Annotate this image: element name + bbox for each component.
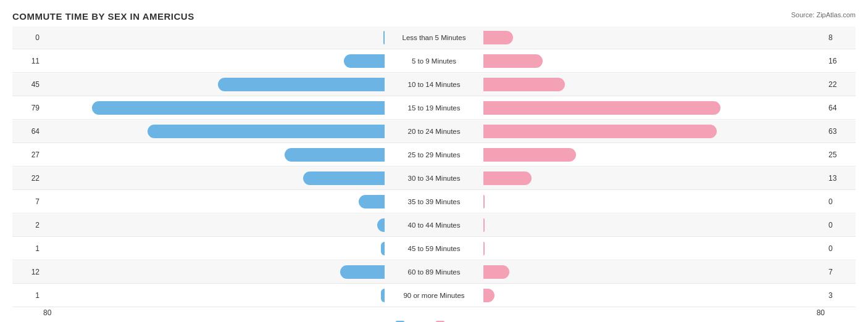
female-value: 8 — [825, 33, 856, 42]
male-side — [43, 167, 385, 189]
male-bar — [285, 148, 385, 162]
chart-row: 0 Less than 5 Minutes 8 — [12, 27, 856, 49]
row-label: 35 to 39 Minutes — [385, 198, 483, 205]
female-side — [483, 144, 825, 166]
chart-row: 64 20 to 24 Minutes 63 — [12, 120, 856, 143]
chart-area: 0 Less than 5 Minutes 8 11 5 to 9 Minute… — [12, 27, 856, 307]
row-label: 90 or more Minutes — [385, 292, 483, 299]
male-bar — [92, 101, 385, 115]
chart-row: 22 30 to 34 Minutes 13 — [12, 167, 856, 190]
female-value: 16 — [825, 57, 856, 65]
female-side — [483, 27, 825, 49]
female-side — [483, 284, 825, 307]
female-bar — [483, 101, 720, 115]
male-bar — [148, 125, 385, 138]
male-value: 0 — [12, 33, 43, 42]
male-value: 1 — [12, 291, 43, 300]
chart-row: 27 25 to 29 Minutes 25 — [12, 144, 856, 167]
female-bar — [483, 265, 509, 279]
male-value: 1 — [12, 244, 43, 253]
male-value: 11 — [12, 57, 43, 65]
female-side — [483, 73, 825, 96]
female-bar — [483, 31, 513, 44]
female-value: 13 — [825, 174, 856, 183]
male-side — [43, 50, 385, 72]
male-bar — [340, 265, 385, 279]
female-value: 0 — [825, 221, 856, 229]
axis-right: 80 — [817, 308, 825, 317]
male-value: 22 — [12, 174, 43, 183]
source-label: Source: ZipAtlas.com — [791, 11, 856, 19]
male-bar — [303, 171, 385, 185]
female-bar — [483, 218, 485, 232]
female-bar — [483, 289, 495, 302]
row-label: 30 to 34 Minutes — [385, 175, 483, 182]
chart-row: 1 45 to 59 Minutes 0 — [12, 237, 856, 260]
axis-labels: 80 80 — [12, 308, 856, 317]
bar-wrapper: 5 to 9 Minutes — [43, 50, 825, 72]
female-side — [483, 237, 825, 260]
male-value: 64 — [12, 127, 43, 136]
male-value: 45 — [12, 80, 43, 89]
row-label: 20 to 24 Minutes — [385, 128, 483, 135]
bar-wrapper: 40 to 44 Minutes — [43, 214, 825, 236]
chart-row: 45 10 to 14 Minutes 22 — [12, 73, 856, 96]
female-bar — [483, 171, 532, 185]
bar-wrapper: 45 to 59 Minutes — [43, 237, 825, 260]
bar-wrapper: 35 to 39 Minutes — [43, 191, 825, 213]
row-label: Less than 5 Minutes — [385, 34, 483, 41]
chart-row: 11 5 to 9 Minutes 16 — [12, 50, 856, 73]
female-side — [483, 261, 825, 283]
male-side — [43, 284, 385, 307]
female-bar — [483, 242, 485, 255]
male-value: 7 — [12, 197, 43, 206]
chart-row: 12 60 to 89 Minutes 7 — [12, 261, 856, 284]
chart-container: COMMUTE TIME BY SEX IN AMERICUS Source: … — [0, 0, 868, 322]
female-side — [483, 214, 825, 236]
row-label: 15 to 19 Minutes — [385, 104, 483, 112]
row-label: 40 to 44 Minutes — [385, 221, 483, 229]
male-bar — [344, 54, 385, 68]
female-side — [483, 50, 825, 72]
female-side — [483, 167, 825, 189]
female-value: 0 — [825, 197, 856, 206]
male-value: 2 — [12, 221, 43, 229]
male-side — [43, 214, 385, 236]
male-bar — [218, 78, 385, 91]
female-value: 22 — [825, 80, 856, 89]
male-side — [43, 144, 385, 166]
male-side — [43, 261, 385, 283]
male-side — [43, 191, 385, 213]
bar-wrapper: 10 to 14 Minutes — [43, 73, 825, 96]
female-value: 0 — [825, 244, 856, 253]
bar-wrapper: 20 to 24 Minutes — [43, 120, 825, 142]
male-side — [43, 237, 385, 260]
row-label: 10 to 14 Minutes — [385, 81, 483, 88]
male-side — [43, 97, 385, 119]
male-value: 12 — [12, 268, 43, 276]
row-label: 25 to 29 Minutes — [385, 151, 483, 159]
female-bar — [483, 125, 717, 138]
row-label: 45 to 59 Minutes — [385, 245, 483, 252]
chart-title: COMMUTE TIME BY SEX IN AMERICUS — [12, 11, 856, 22]
female-side — [483, 120, 825, 142]
female-value: 3 — [825, 291, 856, 300]
female-bar — [483, 148, 576, 162]
bar-wrapper: 15 to 19 Minutes — [43, 97, 825, 119]
male-side — [43, 120, 385, 142]
bar-wrapper: 90 or more Minutes — [43, 284, 825, 307]
bar-wrapper: 25 to 29 Minutes — [43, 144, 825, 166]
male-value: 27 — [12, 151, 43, 159]
male-value: 79 — [12, 104, 43, 112]
male-bar — [359, 195, 385, 208]
male-side — [43, 27, 385, 49]
bar-wrapper: Less than 5 Minutes — [43, 27, 825, 49]
chart-row: 7 35 to 39 Minutes 0 — [12, 191, 856, 213]
female-value: 63 — [825, 127, 856, 136]
row-label: 60 to 89 Minutes — [385, 268, 483, 276]
row-label: 5 to 9 Minutes — [385, 57, 483, 65]
axis-left: 80 — [43, 308, 51, 317]
male-side — [43, 73, 385, 96]
female-value: 25 — [825, 151, 856, 159]
female-bar — [483, 78, 565, 91]
